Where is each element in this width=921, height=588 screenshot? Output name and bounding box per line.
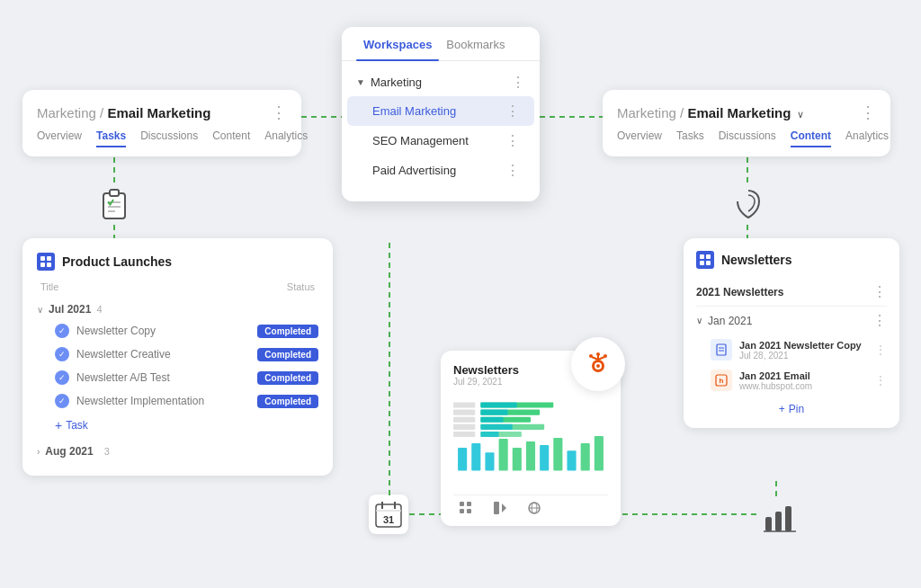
svg-point-76 — [596, 352, 600, 356]
nl-group-jan-header[interactable]: ∨ Jan 2021 ⋮ — [696, 307, 887, 334]
svg-rect-31 — [706, 261, 711, 265]
right-header-dots-icon[interactable]: ⋮ — [860, 102, 876, 122]
ws-item-label-0: Email Marketing — [372, 104, 505, 118]
right-nav-analytics[interactable]: Analytics — [845, 129, 889, 147]
nc-icon-grid[interactable] — [453, 499, 478, 517]
svg-rect-65 — [460, 509, 464, 513]
ws-item-paid-advertising[interactable]: Paid Advertising ⋮ — [347, 156, 534, 185]
left-nav-overview[interactable]: Overview — [37, 129, 82, 147]
ws-item-email-marketing[interactable]: Email Marketing ⋮ — [347, 96, 534, 126]
nl-item-sub-1: www.hubspot.com — [739, 381, 867, 391]
nl-item-name-1: Jan 2021 Email — [739, 370, 867, 381]
ws-item-dots-0[interactable]: ⋮ — [505, 102, 520, 120]
nl-item-sub-0: Jul 28, 2021 — [739, 351, 867, 361]
pin-button[interactable]: + Pin — [696, 396, 887, 415]
svg-rect-21 — [775, 512, 782, 531]
nl-item-dots-0[interactable]: ⋮ — [874, 343, 887, 357]
pl-header: Product Launches — [37, 253, 318, 271]
left-nav-tasks[interactable]: Tasks — [96, 129, 126, 147]
nl-group-jan-arrow-icon: ∨ — [696, 316, 702, 325]
svg-rect-57 — [526, 441, 535, 470]
svg-rect-48 — [453, 410, 475, 415]
paperclip-icon — [729, 184, 768, 224]
workspace-section: ▼ Marketing ⋮ Email Marketing ⋮ SEO Mana… — [342, 61, 540, 192]
tab-bookmarks[interactable]: Bookmarks — [439, 27, 512, 60]
svg-line-77 — [592, 357, 598, 360]
tab-workspaces[interactable]: Workspaces — [356, 27, 439, 60]
pl-group-jul-label: Jul 2021 — [49, 303, 91, 316]
nc-icon-globe[interactable] — [522, 499, 547, 517]
task-check-3: ✓ — [55, 394, 69, 408]
nl-item-info-1: Jan 2021 Email www.hubspot.com — [739, 370, 867, 391]
svg-rect-49 — [453, 417, 475, 423]
svg-rect-67 — [494, 502, 499, 514]
nl-item-name-0: Jan 2021 Newsletter Copy — [739, 340, 867, 351]
task-name-3: Newsletter Implementation — [76, 395, 250, 407]
left-header-dots-icon[interactable]: ⋮ — [271, 102, 287, 122]
ws-group-dots-icon[interactable]: ⋮ — [511, 74, 525, 91]
svg-rect-53 — [471, 443, 480, 470]
svg-rect-56 — [513, 448, 522, 470]
nl-item-dots-1[interactable]: ⋮ — [874, 373, 887, 388]
ws-item-label-2: Paid Advertising — [372, 164, 505, 177]
add-task-label: Task — [66, 419, 88, 432]
left-nav-analytics[interactable]: Analytics — [264, 129, 308, 147]
svg-rect-43 — [480, 410, 507, 415]
product-launches-card: Product Launches Title Status ∨ Jul 2021… — [22, 238, 333, 476]
left-header-title-row: Marketing / Email Marketing ⋮ — [37, 102, 287, 122]
left-nav-content[interactable]: Content — [212, 129, 250, 147]
svg-rect-63 — [460, 502, 464, 506]
ws-group-header[interactable]: ▼ Marketing ⋮ — [342, 68, 540, 96]
right-header-nav: Overview Tasks Discussions Content Analy… — [617, 129, 876, 147]
right-nav-overview[interactable]: Overview — [617, 129, 662, 147]
add-task-button[interactable]: + Task — [37, 413, 318, 438]
svg-rect-64 — [467, 502, 471, 506]
ws-item-seo[interactable]: SEO Management ⋮ — [347, 126, 534, 156]
pl-group-aug-arrow-icon: › — [37, 447, 40, 457]
right-nav-content[interactable]: Content — [791, 129, 831, 147]
nl-icon — [696, 251, 714, 269]
svg-rect-58 — [540, 445, 549, 470]
svg-rect-66 — [467, 509, 471, 513]
right-nav-discussions[interactable]: Discussions — [719, 129, 776, 147]
nc-icon-play[interactable] — [487, 499, 513, 517]
add-task-plus-icon: + — [55, 418, 62, 432]
pl-group-aug-row[interactable]: › Aug 2021 3 — [37, 441, 318, 461]
calendar-icon: 31 — [369, 494, 408, 534]
svg-rect-62 — [595, 436, 604, 470]
nl-section-dots-icon[interactable]: ⋮ — [872, 283, 887, 300]
hubspot-logo — [571, 337, 625, 391]
svg-rect-50 — [453, 424, 475, 430]
left-breadcrumb-main: Email Marketing — [107, 105, 210, 120]
task-badge-1: Completed — [257, 348, 318, 361]
table-row: ✓ Newsletter Copy Completed — [37, 319, 318, 343]
newsletters-right-card: Newsletters 2021 Newsletters ⋮ ∨ Jan 202… — [684, 238, 899, 428]
pl-group-jul-header[interactable]: ∨ Jul 2021 4 — [37, 299, 318, 319]
svg-rect-32 — [717, 344, 726, 355]
right-breadcrumb-arrow-icon[interactable]: ∨ — [797, 109, 804, 120]
ws-item-dots-1[interactable]: ⋮ — [505, 132, 520, 149]
ws-group-arrow-icon: ▼ — [356, 77, 365, 87]
list-item: h Jan 2021 Email www.hubspot.com ⋮ — [696, 365, 887, 396]
ws-item-dots-2[interactable]: ⋮ — [505, 162, 520, 179]
pin-label: Pin — [789, 403, 804, 415]
right-nav-tasks[interactable]: Tasks — [676, 129, 704, 147]
task-name-1: Newsletter Creative — [76, 348, 250, 361]
nl-group-jan-dots-icon[interactable]: ⋮ — [872, 312, 887, 329]
nl-link-icon: h — [711, 370, 732, 391]
left-nav-discussions[interactable]: Discussions — [140, 129, 198, 147]
nl-section-label: 2021 Newsletters — [696, 286, 783, 298]
task-badge-0: Completed — [257, 325, 318, 338]
pl-icon — [37, 253, 55, 271]
svg-rect-45 — [480, 424, 512, 430]
table-row: ✓ Newsletter Creative Completed — [37, 343, 318, 366]
nl-group-jan-label: Jan 2021 — [708, 315, 752, 327]
left-header-card: Marketing / Email Marketing ⋮ Overview T… — [22, 90, 301, 156]
pl-group-jul: ∨ Jul 2021 4 ✓ Newsletter Copy Completed… — [37, 299, 318, 438]
workspaces-popup: Workspaces Bookmarks ▼ Marketing ⋮ Email… — [342, 27, 540, 201]
svg-line-79 — [598, 357, 604, 360]
left-header-nav: Overview Tasks Discussions Content Analy… — [37, 129, 287, 147]
task-badge-3: Completed — [257, 395, 318, 408]
svg-rect-25 — [47, 256, 51, 261]
task-check-1: ✓ — [55, 347, 69, 361]
